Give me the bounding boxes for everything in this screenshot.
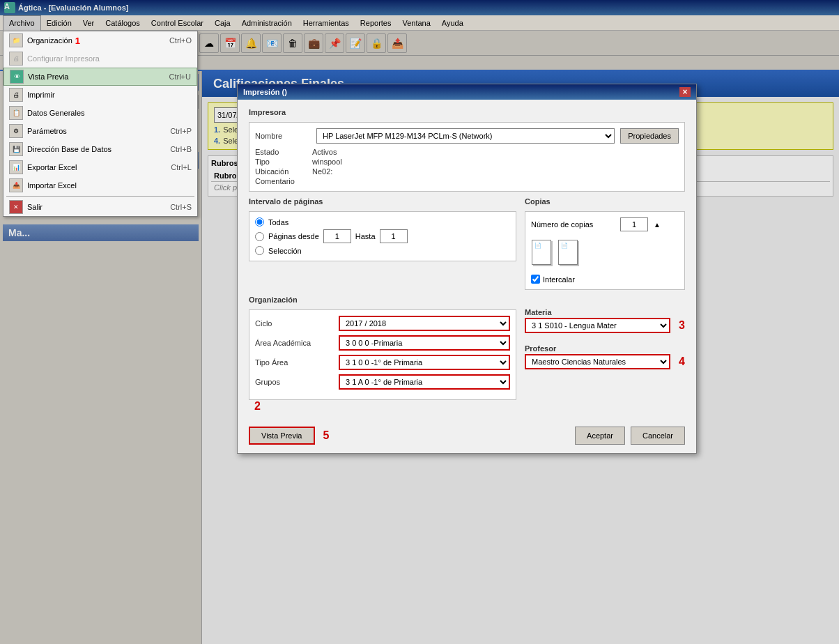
organizacion-icon: 📁 (9, 33, 23, 47)
ciclo-select[interactable]: 2017 / 2018 (339, 316, 510, 331)
estado-value: Activos (312, 148, 679, 156)
materia-badge: 3 (679, 319, 685, 332)
menu-catalogos[interactable]: Catálogos (100, 15, 146, 31)
materia-group: Materia 3 1 S010 - Lengua Mater 3 (525, 308, 685, 333)
desde-input[interactable] (323, 229, 351, 243)
area-academica-label: Área Académica (255, 339, 339, 347)
grupos-row: Grupos 3 1 A 0 -1° de Primaria (255, 374, 510, 390)
menu-archivo[interactable]: Archivo (3, 15, 41, 31)
copies-title: Copias (525, 197, 685, 206)
intercalar-label: Intercalar (543, 275, 575, 284)
dialog-body: Impresora Nombre HP LaserJet MFP M129-M1… (238, 100, 696, 421)
materia-label: Materia (525, 308, 685, 316)
configurar-impresora-icon: 🖨 (9, 52, 23, 66)
area-academica-row: Área Académica 3 0 0 0 -Primaria (255, 335, 510, 351)
footer-left: Vista Previa 5 (249, 427, 329, 445)
datos-generales-icon: 📋 (9, 106, 23, 120)
hasta-input[interactable] (380, 229, 408, 243)
page-range-title: Intervalo de páginas (249, 197, 516, 206)
printer-nombre-label: Nombre (255, 132, 311, 140)
direccion-base-icon: 💾 (9, 142, 23, 156)
paginas-desde-radio[interactable] (255, 232, 264, 241)
menu-item-datos-generales[interactable]: 📋 Datos Generales (3, 104, 197, 122)
menu-edicion[interactable]: Edición (41, 15, 77, 31)
menu-item-imprimir[interactable]: 🖨 Imprimir (3, 86, 197, 104)
materia-select[interactable]: 3 1 S010 - Lengua Mater (525, 318, 670, 333)
printer-info: Estado Activos Tipo winspool Ubicación N… (255, 148, 679, 185)
todas-radio[interactable] (255, 217, 264, 227)
tipo-area-select[interactable]: 3 1 0 0 -1° de Primaria (339, 355, 510, 370)
radio-group: Todas Páginas desde Hasta Selección (255, 217, 510, 255)
dialog-close-button[interactable]: × (679, 87, 691, 97)
paginas-desde-label: Páginas desde (268, 232, 319, 240)
dialog-two-col: Intervalo de páginas Todas Páginas desde… (249, 197, 685, 290)
intercalar-checkbox[interactable] (531, 275, 540, 284)
menu-separator (6, 196, 194, 197)
dialog-title-text: Impresión () (243, 88, 287, 96)
area-academica-select[interactable]: 3 0 0 0 -Primaria (339, 335, 510, 351)
copies-up-arrow[interactable]: ▲ (654, 221, 661, 229)
menu-item-importar-excel[interactable]: 📥 Importar Excel (3, 176, 197, 194)
menu-herramientas[interactable]: Herramientas (298, 15, 355, 31)
importar-excel-icon: 📥 (9, 178, 23, 192)
mat-prof-section: Materia 3 1 S010 - Lengua Mater 3 Profes… (525, 308, 685, 369)
menu-administracion[interactable]: Administración (236, 15, 298, 31)
grupos-label: Grupos (255, 378, 339, 386)
menu-item-salir[interactable]: ✕ Salir Ctrl+S (3, 198, 197, 216)
ciclo-label: Ciclo (255, 319, 339, 328)
menu-item-organizacion[interactable]: 📁 Organización 1 Ctrl+O (3, 31, 197, 49)
profesor-row: Maestro Ciencias Naturales 4 (525, 354, 685, 369)
menu-reportes[interactable]: Reportes (355, 15, 397, 31)
menu-ayuda[interactable]: Ayuda (436, 15, 469, 31)
menu-item-vista-previa[interactable]: 👁 Vista Previa Ctrl+U (3, 68, 197, 86)
cancelar-button[interactable]: Cancelar (631, 427, 685, 445)
vista-previa-icon: 👁 (10, 70, 24, 84)
vista-previa-button[interactable]: Vista Previa (249, 427, 315, 445)
imprimir-icon: 🖨 (9, 88, 23, 102)
menu-item-direccion-base[interactable]: 💾 Dirección Base de Datos Ctrl+B (3, 140, 197, 158)
seleccion-radio[interactable] (255, 246, 264, 255)
numero-copias-input[interactable] (620, 217, 648, 231)
copies-col: Copias Número de copias ▲ 📄 (525, 197, 685, 290)
salir-icon: ✕ (9, 200, 23, 214)
profesor-group: Profesor Maestro Ciencias Naturales 4 (525, 344, 685, 369)
profesor-select[interactable]: Maestro Ciencias Naturales (525, 354, 670, 369)
ciclo-row: Ciclo 2017 / 2018 (255, 316, 510, 331)
estado-label: Estado (255, 148, 311, 156)
menu-ventana[interactable]: Ventana (397, 15, 436, 31)
seleccion-row: Selección (255, 246, 510, 255)
menu-item-exportar-excel[interactable]: 📊 Exportar Excel Ctrl+L (3, 158, 197, 176)
print-dialog: Impresión () × Impresora Nombre HP Laser… (237, 84, 697, 454)
seleccion-label: Selección (268, 247, 302, 255)
org-mat-two-col: Organización Ciclo 2017 / 2018 Área Acad… (249, 296, 685, 413)
exportar-excel-icon: 📊 (9, 160, 23, 174)
footer-right: Aceptar Cancelar (575, 427, 685, 445)
menu-caja[interactable]: Caja (209, 15, 236, 31)
tipo-area-label: Tipo Área (255, 358, 339, 367)
todas-label: Todas (268, 218, 288, 227)
copies-section: Número de copias ▲ 📄 📄 (525, 211, 685, 290)
menu-control-escolar[interactable]: Control Escolar (146, 15, 209, 31)
hasta-label: Hasta (355, 232, 376, 240)
page-range-col: Intervalo de páginas Todas Páginas desde… (249, 197, 516, 290)
materia-row: 3 1 S010 - Lengua Mater 3 (525, 318, 685, 333)
ubicacion-value: Ne02: (312, 167, 679, 176)
profesor-badge: 4 (679, 355, 685, 368)
propiedades-button[interactable]: Propiedades (620, 128, 679, 144)
tipo-value: winspool (312, 158, 679, 166)
vista-previa-badge: 5 (323, 429, 330, 442)
dialog-title-bar: Impresión () × (238, 84, 696, 100)
archivo-dropdown: 📁 Organización 1 Ctrl+O 🖨 Configurar Imp… (3, 31, 198, 217)
org-section: Ciclo 2017 / 2018 Área Académica 3 0 0 0… (249, 309, 516, 400)
menu-item-configurar-impresora: 🖨 Configurar Impresora (3, 49, 197, 68)
menu-ver[interactable]: Ver (77, 15, 100, 31)
grupos-select[interactable]: 3 1 A 0 -1° de Primaria (339, 374, 510, 390)
printer-name-select[interactable]: HP LaserJet MFP M129-M134 PCLm-S (Networ… (316, 128, 615, 144)
copy-pages-icon: 📄 📄 (531, 236, 580, 270)
dialog-footer: Vista Previa 5 Aceptar Cancelar (238, 421, 696, 453)
menu-item-parametros[interactable]: ⚙ Parámetros Ctrl+P (3, 122, 197, 140)
comentario-value (312, 177, 679, 185)
tipo-label: Tipo (255, 158, 311, 166)
impresora-section: Nombre HP LaserJet MFP M129-M134 PCLm-S … (249, 122, 685, 192)
aceptar-button[interactable]: Aceptar (575, 427, 625, 445)
